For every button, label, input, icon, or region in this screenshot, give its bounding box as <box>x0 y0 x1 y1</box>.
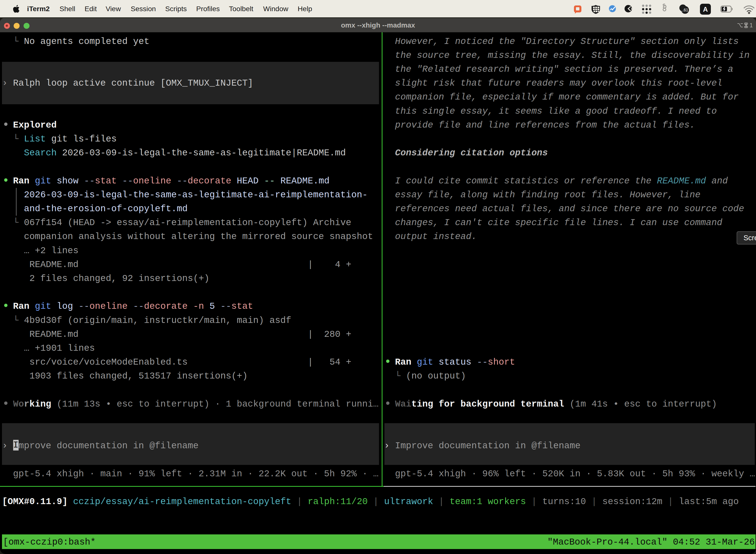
svg-text:..61: ..61 <box>682 8 688 12</box>
svg-text:A: A <box>703 6 708 13</box>
svg-text:1: 1 <box>750 22 753 29</box>
